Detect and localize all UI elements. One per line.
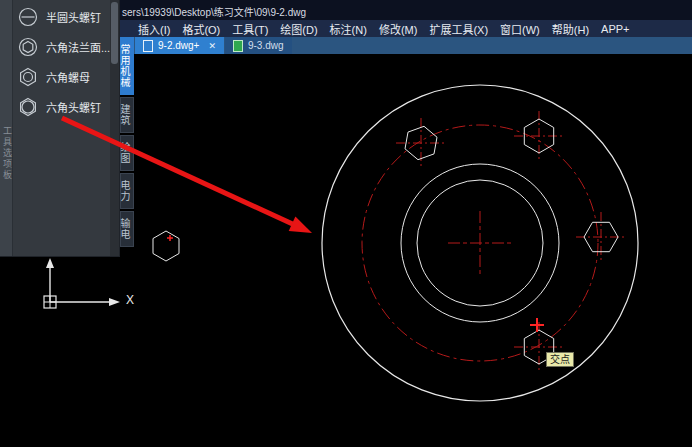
palette-item-label: 半圆头螺钉 [46, 9, 101, 25]
menu-insert[interactable]: 插入(I) [132, 21, 176, 37]
ucs-y-arrowhead [46, 258, 54, 268]
doc-tab-9-3[interactable]: 9-3.dwg [225, 37, 292, 54]
document-icon [143, 40, 153, 52]
doc-tab-9-2[interactable]: 9-2.dwg+ ✕ [135, 37, 224, 54]
menu-tools[interactable]: 工具(T) [226, 21, 274, 37]
ucs-x-arrowhead [109, 298, 120, 306]
doc-tab-label: 9-2.dwg+ [158, 40, 199, 51]
menu-app-plus[interactable]: APP+ [595, 23, 635, 35]
document-icon-green [233, 40, 243, 52]
cad-application-window: { "window": { "title_path": "sers\\19939… [0, 0, 692, 447]
half-round-screw-icon [17, 6, 39, 28]
menu-draw[interactable]: 绘图(D) [274, 21, 323, 37]
hex-flange-screw-icon [17, 36, 39, 58]
palette-tab-architecture[interactable]: 建筑 [120, 97, 134, 133]
palette-item-hex-bolt[interactable]: 六角头螺钉 [13, 92, 110, 122]
ucs-x-axis-label: X [126, 293, 134, 307]
snap-tooltip: 交点 [546, 352, 574, 367]
menu-format[interactable]: 格式(O) [176, 21, 226, 37]
close-tab-icon[interactable]: ✕ [208, 41, 216, 51]
palette-item-hex-flange-screw[interactable]: 六角法兰面... [13, 32, 110, 62]
menu-window[interactable]: 窗口(W) [494, 21, 546, 37]
palette-item-label: 六角螺母 [46, 69, 90, 85]
palette-tab-drafting[interactable]: 绘图 [120, 135, 134, 171]
palette-item-label: 六角头螺钉 [46, 99, 101, 115]
menu-help[interactable]: 帮助(H) [546, 21, 595, 37]
window-title-path: sers\19939\Desktop\练习文件\09\9-2.dwg [122, 4, 306, 19]
hex-bolt-icon [17, 96, 39, 118]
palette-scrollbar[interactable] [110, 0, 119, 256]
palette-item-label: 六角法兰面... [46, 39, 110, 55]
menu-express-tools[interactable]: 扩展工具(X) [423, 21, 494, 37]
palette-tab-strip: 常用机械 建筑 绘图 电力 输电 [120, 37, 134, 247]
loose-hexagon [153, 231, 179, 261]
palette-item-half-round-screw[interactable]: 半圆头螺钉 [13, 2, 110, 32]
doc-tab-label: 9-3.dwg [248, 40, 284, 51]
palette-title-strip[interactable]: 工具选项板 [0, 0, 13, 256]
menu-modify[interactable]: 修改(M) [373, 21, 424, 37]
palette-vertical-title: 工具选项板 [1, 126, 14, 181]
palette-tab-electric[interactable]: 电力 [120, 173, 134, 209]
palette-item-hex-nut[interactable]: 六角螺母 [13, 62, 110, 92]
hex-nut-icon [17, 66, 39, 88]
palette-item-list: 半圆头螺钉 六角法兰面... 六角螺母 六角头螺钉 [13, 0, 110, 256]
palette-tab-common-mechanical[interactable]: 常用机械 [120, 37, 134, 95]
palette-tab-transmission[interactable]: 输电 [120, 211, 134, 247]
scrollbar-thumb[interactable] [111, 2, 118, 64]
menu-dimension[interactable]: 标注(N) [324, 21, 373, 37]
tool-palette-window: 工具选项板 半圆头螺钉 六角法兰面... 六角螺母 [0, 0, 120, 257]
